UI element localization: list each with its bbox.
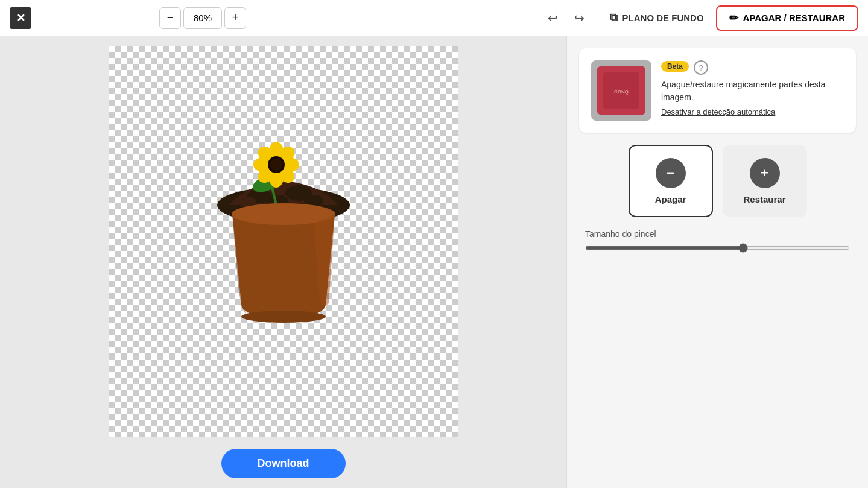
svg-text:CONQ: CONQ bbox=[614, 89, 629, 95]
undo-button[interactable]: ↩ bbox=[542, 7, 564, 29]
download-button[interactable]: Download bbox=[221, 449, 346, 478]
redo-button[interactable]: ↪ bbox=[569, 7, 591, 29]
zoom-in-button[interactable]: + bbox=[224, 7, 246, 29]
thumbnail-image: CONQ bbox=[597, 66, 645, 115]
restore-icon: + bbox=[750, 158, 780, 188]
layers-icon: ⧉ bbox=[610, 11, 618, 24]
brush-size-label: Tamanho do pincel bbox=[585, 229, 850, 239]
restore-label: Restaurar bbox=[743, 194, 785, 204]
erase-label: Apagar bbox=[655, 194, 686, 204]
zoom-controls: − 80% + bbox=[159, 7, 246, 29]
brush-section: Tamanho do pincel bbox=[579, 229, 856, 250]
info-text-block: Beta ? Apague/restaure magicamente parte… bbox=[661, 60, 844, 116]
tab-erase-label: APAGAR / RESTAURAR bbox=[743, 13, 845, 23]
auto-detect-link[interactable]: Desativar a detecção automática bbox=[661, 107, 844, 116]
pencil-icon: ✏ bbox=[729, 11, 738, 25]
info-description: Apague/restaure magicamente partes desta… bbox=[661, 78, 844, 104]
main-content: Download CONQ Beta ? Apague/restau bbox=[0, 36, 868, 488]
erase-card[interactable]: − Apagar bbox=[629, 145, 713, 217]
top-bar: ✕ − 80% + ↩ ↪ ⧉ PLANO DE FUNDO ✏ APAGAR … bbox=[0, 0, 868, 36]
tab-erase-restore[interactable]: ✏ APAGAR / RESTAURAR bbox=[716, 5, 858, 31]
svg-point-17 bbox=[270, 159, 282, 171]
beta-badge: Beta bbox=[661, 61, 689, 72]
brush-size-slider[interactable] bbox=[585, 246, 850, 250]
info-top-row: Beta ? bbox=[661, 60, 844, 75]
right-panel: CONQ Beta ? Apague/restaure magicamente … bbox=[566, 36, 868, 488]
flower-pot-image bbox=[193, 112, 374, 371]
zoom-out-button[interactable]: − bbox=[159, 7, 181, 29]
tab-background-label: PLANO DE FUNDO bbox=[622, 13, 704, 23]
info-card: CONQ Beta ? Apague/restaure magicamente … bbox=[579, 48, 856, 133]
canvas-area[interactable] bbox=[109, 46, 458, 437]
thumbnail: CONQ bbox=[591, 60, 651, 121]
nav-tabs: ⧉ PLANO DE FUNDO ✏ APAGAR / RESTAURAR bbox=[598, 5, 858, 31]
tab-background[interactable]: ⧉ PLANO DE FUNDO bbox=[598, 5, 716, 31]
restore-card[interactable]: + Restaurar bbox=[723, 145, 807, 217]
action-buttons: − Apagar + Restaurar bbox=[579, 145, 856, 217]
help-icon[interactable]: ? bbox=[694, 60, 708, 75]
close-button[interactable]: ✕ bbox=[10, 7, 31, 29]
undo-redo-controls: ↩ ↪ bbox=[542, 7, 591, 29]
left-panel: Download bbox=[0, 36, 566, 488]
erase-icon: − bbox=[656, 158, 686, 188]
zoom-value-display: 80% bbox=[183, 7, 222, 29]
svg-point-19 bbox=[241, 311, 326, 323]
